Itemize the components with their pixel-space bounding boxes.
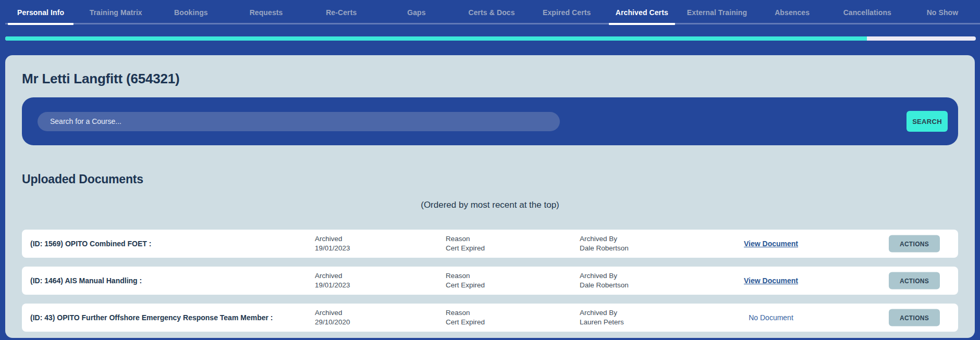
tab-cancellations[interactable]: Cancellations [830, 0, 905, 25]
archived-by-label: Archived By [580, 234, 629, 244]
archived-date: 29/10/2020 [315, 318, 350, 327]
tab-external-training[interactable]: External Training [679, 0, 754, 25]
view-document-link[interactable]: View Document [744, 240, 798, 248]
no-document-text: No Document [749, 313, 793, 322]
main-panel: Mr Letti Langfitt (654321) SEARCH Upload… [5, 55, 975, 338]
tab-requests[interactable]: Requests [228, 0, 303, 25]
documents-list: (ID: 1569) OPITO Combined FOET : Archive… [22, 230, 958, 332]
archived-by-column: Archived By Dale Robertson [580, 271, 629, 290]
tab-expired-certs[interactable]: Expired Certs [529, 0, 604, 25]
actions-button[interactable]: ACTIONS [889, 235, 940, 253]
tab-training-matrix[interactable]: Training Matrix [78, 0, 153, 25]
archived-column: Archived 19/01/2023 [315, 271, 350, 290]
actions-button[interactable]: ACTIONS [889, 309, 940, 326]
reason-column: Reason Cert Expired [446, 308, 485, 327]
document-row: (ID: 1569) OPITO Combined FOET : Archive… [22, 230, 958, 258]
archived-by-label: Archived By [580, 308, 624, 318]
tab-certs-docs[interactable]: Certs & Docs [454, 0, 529, 25]
course-search-panel: SEARCH [22, 97, 958, 145]
tab-absences[interactable]: Absences [755, 0, 830, 25]
tab-no-show[interactable]: No Show [905, 0, 980, 25]
archived-by-label: Archived By [580, 271, 629, 281]
page-title: Mr Letti Langfitt (654321) [22, 55, 958, 87]
archived-by-value: Dale Robertson [580, 281, 629, 290]
tab-archived-certs[interactable]: Archived Certs [604, 0, 679, 25]
tab-gaps[interactable]: Gaps [379, 0, 454, 25]
reason-value: Cert Expired [446, 318, 485, 327]
top-nav: Personal Info Training Matrix Bookings R… [0, 0, 980, 25]
progress-bar [5, 36, 976, 41]
reason-value: Cert Expired [446, 244, 485, 253]
reason-column: Reason Cert Expired [446, 234, 485, 253]
archived-by-value: Dale Robertson [580, 244, 629, 253]
reason-value: Cert Expired [446, 281, 485, 290]
search-input[interactable] [38, 112, 560, 131]
documents-order-note: (Ordered by most recent at the top) [22, 200, 958, 210]
view-document-link[interactable]: View Document [744, 276, 798, 285]
tab-bookings[interactable]: Bookings [153, 0, 228, 25]
progress-fill [5, 36, 867, 41]
archived-date: 19/01/2023 [315, 281, 350, 290]
document-title: (ID: 1464) AIS Manual Handling : [30, 276, 142, 285]
document-title: (ID: 43) OPITO Further Offshore Emergenc… [30, 313, 273, 322]
document-row: (ID: 43) OPITO Further Offshore Emergenc… [22, 304, 958, 332]
tab-re-certs[interactable]: Re-Certs [304, 0, 379, 25]
uploaded-documents-heading: Uploaded Documents [22, 172, 958, 186]
archived-column: Archived 29/10/2020 [315, 308, 350, 327]
tab-personal-info[interactable]: Personal Info [3, 0, 78, 25]
archived-by-column: Archived By Dale Robertson [580, 234, 629, 253]
reason-column: Reason Cert Expired [446, 271, 485, 290]
document-row: (ID: 1464) AIS Manual Handling : Archive… [22, 267, 958, 295]
reason-label: Reason [446, 234, 485, 244]
archived-by-column: Archived By Lauren Peters [580, 308, 624, 327]
actions-button[interactable]: ACTIONS [889, 272, 940, 289]
archived-by-value: Lauren Peters [580, 318, 624, 327]
document-cell: View Document [725, 276, 817, 285]
archived-label: Archived [315, 308, 350, 318]
search-button[interactable]: SEARCH [906, 111, 948, 132]
document-title: (ID: 1569) OPITO Combined FOET : [30, 240, 151, 248]
reason-label: Reason [446, 308, 485, 318]
archived-label: Archived [315, 271, 350, 281]
reason-label: Reason [446, 271, 485, 281]
document-cell: No Document [725, 313, 817, 322]
document-cell: View Document [725, 239, 817, 248]
archived-label: Archived [315, 234, 350, 244]
archived-date: 19/01/2023 [315, 244, 350, 253]
archived-column: Archived 19/01/2023 [315, 234, 350, 253]
